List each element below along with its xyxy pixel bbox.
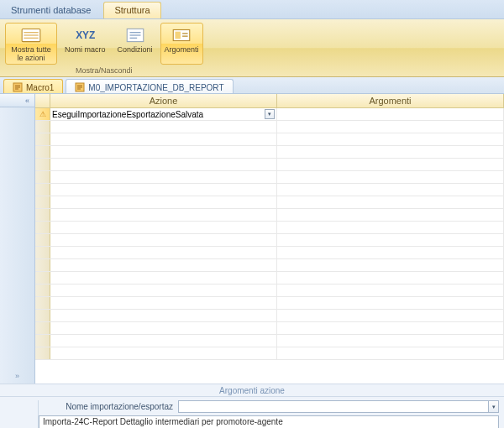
grid-row[interactable] (35, 234, 504, 247)
action-cell[interactable] (50, 184, 277, 196)
row-selector[interactable] (35, 159, 50, 170)
import-name-dropdown-arrow[interactable]: ▾ (488, 401, 498, 412)
grid-row[interactable] (35, 184, 504, 196)
grid-row[interactable] (35, 222, 504, 234)
row-selector[interactable] (35, 310, 50, 321)
row-selector[interactable] (35, 146, 50, 158)
action-cell[interactable] (50, 146, 277, 158)
grid-row[interactable] (35, 209, 504, 222)
action-cell[interactable] (50, 222, 277, 233)
action-cell[interactable]: ▾ (50, 108, 277, 120)
row-selector[interactable] (35, 322, 50, 334)
grid-row[interactable] (35, 146, 504, 159)
grid-row[interactable] (35, 297, 504, 310)
arguments-cell[interactable] (277, 247, 504, 258)
action-cell[interactable] (50, 209, 277, 221)
row-selector[interactable] (35, 171, 50, 183)
arguments-cell[interactable] (277, 272, 504, 284)
action-dropdown-arrow[interactable]: ▾ (265, 109, 275, 119)
row-selector[interactable] (35, 121, 50, 133)
grid-row[interactable] (35, 272, 504, 284)
arguments-cell[interactable] (277, 146, 504, 158)
tab-database-tools[interactable]: Strumenti database (0, 2, 102, 18)
action-input[interactable] (52, 110, 263, 119)
navigation-pane-collapsed[interactable]: « » (0, 94, 35, 384)
grid-row[interactable] (35, 171, 504, 184)
action-cell[interactable] (50, 259, 277, 271)
column-header-action[interactable]: Azione (50, 94, 277, 107)
xyz-icon: XYZ (74, 26, 96, 44)
row-selector[interactable] (35, 184, 50, 196)
action-cell[interactable] (50, 234, 277, 246)
arguments-cell[interactable] (277, 171, 504, 183)
doc-tab-macro1[interactable]: Macro1 (3, 79, 63, 93)
grid-row[interactable] (35, 196, 504, 209)
action-cell[interactable] (50, 121, 277, 133)
arguments-cell[interactable] (277, 310, 504, 321)
grid-row[interactable] (35, 259, 504, 272)
grid-row[interactable] (35, 284, 504, 297)
row-selector[interactable] (35, 284, 50, 296)
arguments-cell[interactable] (277, 133, 504, 145)
action-cell[interactable] (50, 133, 277, 145)
arguments-cell[interactable] (277, 121, 504, 133)
row-selector[interactable] (35, 222, 50, 233)
row-selector[interactable]: ⚠ (35, 108, 50, 120)
row-selector[interactable] (35, 209, 50, 221)
doc-tab-import-report[interactable]: M0_IMPORTAZIONE_DB_REPORT (66, 79, 233, 93)
grid-row[interactable] (35, 133, 504, 146)
action-cell[interactable] (50, 247, 277, 258)
grid-row[interactable] (35, 159, 504, 171)
arguments-cell[interactable] (277, 184, 504, 196)
arguments-cell[interactable] (277, 335, 504, 347)
action-cell[interactable] (50, 284, 277, 296)
macro-names-button[interactable]: XYZ Nomi macro (60, 23, 110, 65)
grid-row[interactable] (35, 310, 504, 322)
action-cell[interactable] (50, 310, 277, 321)
arguments-icon (171, 26, 192, 44)
grid-row[interactable] (35, 347, 504, 360)
grid-row[interactable]: ⚠▾ (35, 108, 504, 121)
import-options-list[interactable]: Importa-24C-Report Dettaglio intermediar… (39, 415, 499, 428)
action-cell[interactable] (50, 335, 277, 347)
action-cell[interactable] (50, 347, 277, 359)
row-selector[interactable] (35, 234, 50, 246)
grid-row[interactable] (35, 247, 504, 259)
grid-row[interactable] (35, 322, 504, 335)
arguments-cell[interactable] (277, 347, 504, 359)
row-selector[interactable] (35, 335, 50, 347)
import-option[interactable]: Importa-24C-Report Dettaglio intermediar… (39, 416, 498, 427)
action-cell[interactable] (50, 322, 277, 334)
tab-structure[interactable]: Struttura (103, 2, 160, 18)
column-header-arguments[interactable]: Argomenti (277, 94, 504, 107)
action-cell[interactable] (50, 272, 277, 284)
arguments-cell[interactable] (277, 108, 504, 120)
action-cell[interactable] (50, 171, 277, 183)
arguments-cell[interactable] (277, 284, 504, 296)
arguments-cell[interactable] (277, 159, 504, 170)
row-selector[interactable] (35, 133, 50, 145)
arguments-button[interactable]: Argomenti (160, 23, 203, 65)
action-cell[interactable] (50, 196, 277, 208)
grid-row[interactable] (35, 121, 504, 133)
import-name-field[interactable] (178, 400, 499, 413)
action-cell[interactable] (50, 159, 277, 170)
row-selector[interactable] (35, 247, 50, 258)
arguments-cell[interactable] (277, 234, 504, 246)
arguments-cell[interactable] (277, 297, 504, 309)
arguments-cell[interactable] (277, 196, 504, 208)
grid-row[interactable] (35, 335, 504, 347)
arguments-cell[interactable] (277, 222, 504, 233)
action-cell[interactable] (50, 297, 277, 309)
row-selector[interactable] (35, 347, 50, 359)
arguments-cell[interactable] (277, 259, 504, 271)
nav-toggle-button[interactable]: « (0, 94, 34, 107)
conditions-button[interactable]: Condizioni (113, 23, 157, 65)
row-selector[interactable] (35, 196, 50, 208)
show-all-actions-button[interactable]: Mostra tutte le azioni (5, 23, 57, 65)
row-selector[interactable] (35, 272, 50, 284)
arguments-cell[interactable] (277, 322, 504, 334)
row-selector[interactable] (35, 259, 50, 271)
arguments-cell[interactable] (277, 209, 504, 221)
row-selector[interactable] (35, 297, 50, 309)
